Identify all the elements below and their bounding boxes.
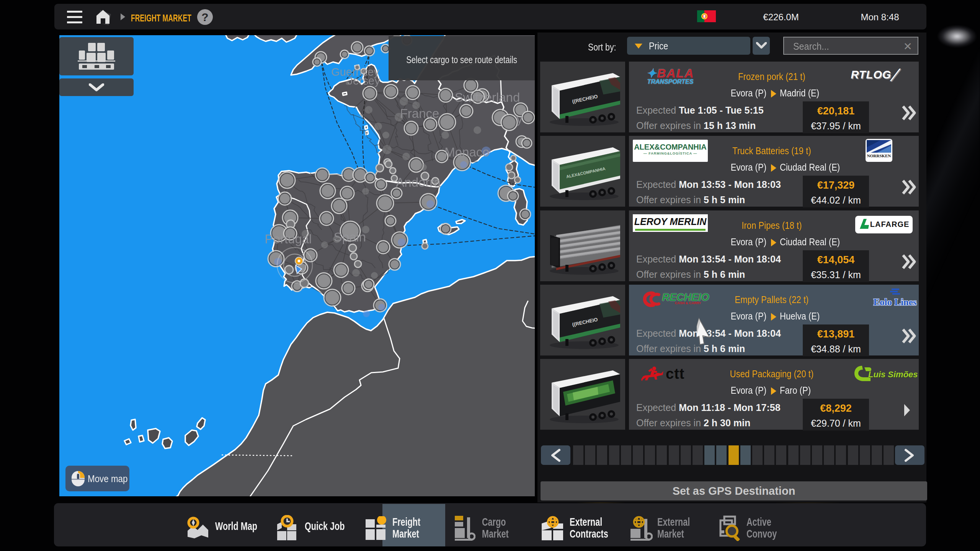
svg-text:Spain: Spain bbox=[334, 230, 366, 244]
svg-text:Switzerland: Switzerland bbox=[455, 90, 520, 104]
svg-text:Jersey: Jersey bbox=[347, 75, 380, 87]
svg-text:France: France bbox=[400, 106, 439, 121]
svg-text:Monaco: Monaco bbox=[444, 145, 489, 159]
svg-text:y: y bbox=[516, 112, 523, 126]
svg-text:Andorra: Andorra bbox=[396, 175, 441, 189]
svg-text:Portugal: Portugal bbox=[265, 232, 312, 246]
